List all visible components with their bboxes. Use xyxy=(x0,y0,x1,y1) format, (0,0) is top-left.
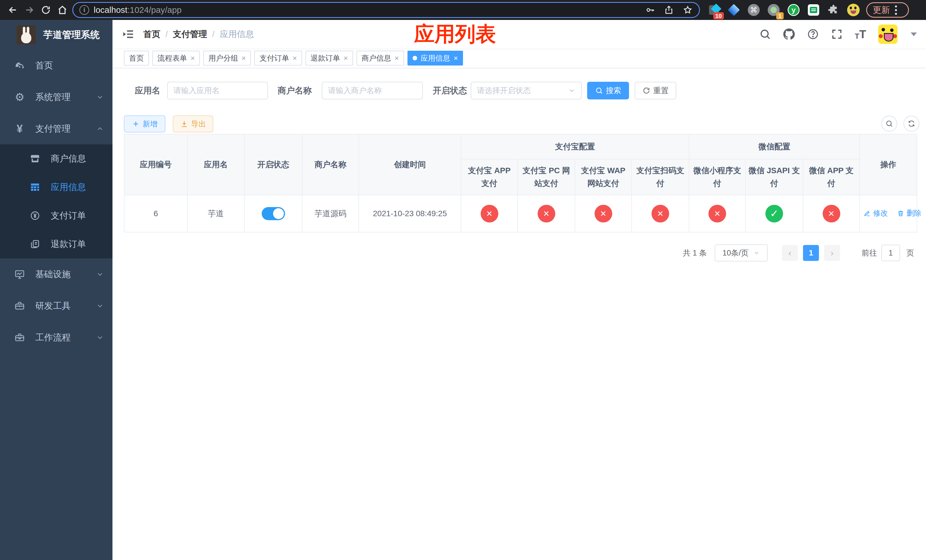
home-button[interactable] xyxy=(54,2,71,18)
cell-app-id: 6 xyxy=(124,195,188,232)
chevron-down-icon[interactable] xyxy=(911,32,917,36)
github-icon[interactable] xyxy=(783,28,795,40)
tab-close-icon[interactable]: × xyxy=(395,54,399,62)
breadcrumb-item[interactable]: 首页 xyxy=(143,29,160,40)
sidebar-item-研发工具[interactable]: 研发工具 xyxy=(0,290,112,322)
search-button[interactable]: 搜索 xyxy=(587,82,629,100)
reset-button[interactable]: 重置 xyxy=(635,82,676,100)
col-header: 微信 JSAPI 支付 xyxy=(746,159,803,195)
extension-icon-8[interactable] xyxy=(847,3,860,17)
cell-wechat-app: × xyxy=(803,195,859,232)
breadcrumb-item[interactable]: 支付管理 xyxy=(173,29,207,40)
tab-首页[interactable]: 首页 xyxy=(124,51,149,65)
sidebar-item-支付订单[interactable]: 支付订单 xyxy=(0,201,112,230)
address-bar[interactable]: i localhost:1024/pay/app xyxy=(72,2,700,18)
goto-unit-label: 页 xyxy=(906,244,914,262)
status-disabled-icon: × xyxy=(823,205,840,222)
group-header-wechat: 微信配置 xyxy=(689,134,859,159)
edit-link[interactable]: 修改 xyxy=(863,208,888,218)
table-row: 6 芋道 芋道源码 2021-10-23 08:49:25 × × × × × … xyxy=(124,195,917,232)
reload-button[interactable] xyxy=(38,2,54,18)
status-disabled-icon: × xyxy=(652,205,669,222)
export-button[interactable]: 导出 xyxy=(173,115,213,132)
status-disabled-icon: × xyxy=(538,205,555,222)
merchant-name-label: 商户名称 xyxy=(278,82,312,100)
extension-icon-3[interactable]: ⌘ xyxy=(747,3,760,17)
sidebar-item-label: 系统管理 xyxy=(35,91,96,103)
status-select[interactable]: 请选择开启状态 xyxy=(471,82,582,100)
logo-rabbit-image xyxy=(17,25,36,44)
search-icon[interactable] xyxy=(759,28,771,40)
status-toggle[interactable] xyxy=(262,207,285,220)
app-name-label: 应用名 xyxy=(135,82,160,100)
goto-page-input[interactable] xyxy=(881,245,900,261)
grid-icon xyxy=(29,182,42,192)
sidebar-item-应用信息[interactable]: 应用信息 xyxy=(0,173,112,201)
app-logo[interactable]: 芋道管理系统 xyxy=(0,20,112,50)
col-header: 商户名称 xyxy=(302,134,359,195)
tab-label: 商户信息 xyxy=(362,53,391,63)
extension-icon-2[interactable] xyxy=(727,3,740,17)
tab-close-icon[interactable]: × xyxy=(242,54,246,62)
chevron-down-icon xyxy=(96,333,104,342)
font-size-icon[interactable]: TT xyxy=(855,28,866,41)
tab-应用信息[interactable]: 应用信息× xyxy=(407,51,463,65)
extension-icon-1[interactable]: 10 xyxy=(707,3,720,17)
merchant-name-input[interactable] xyxy=(322,82,423,100)
col-header: 应用编号 xyxy=(124,134,188,195)
gear-icon: ⚙ xyxy=(13,92,26,103)
page-content: 应用名 商户名称 开启状态 请选择开启状态 搜索 重置 新增 xyxy=(112,68,926,560)
sidebar-item-退款订单[interactable]: 退款订单 xyxy=(0,230,112,258)
breadcrumb: 首页/支付管理/应用信息 xyxy=(143,29,254,40)
browser-menu-icon[interactable] xyxy=(895,5,897,15)
sidebar-item-系统管理[interactable]: ⚙系统管理 xyxy=(0,81,112,113)
extensions-puzzle-icon[interactable] xyxy=(827,3,840,17)
extension-icon-4[interactable]: 1 xyxy=(767,3,780,17)
back-button[interactable] xyxy=(5,2,21,18)
page-size-select[interactable]: 10条/页 xyxy=(715,244,768,262)
toggle-search-button[interactable] xyxy=(881,116,897,132)
sidebar-collapse-icon[interactable] xyxy=(122,28,135,41)
sidebar-item-label: 退款订单 xyxy=(51,238,104,250)
forward-button[interactable] xyxy=(21,2,38,18)
prev-page-button[interactable]: ‹ xyxy=(782,245,798,261)
tab-退款订单[interactable]: 退款订单× xyxy=(306,51,353,65)
tab-close-icon[interactable]: × xyxy=(344,54,348,62)
tab-close-icon[interactable]: × xyxy=(191,54,195,62)
col-header: 微信小程序支付 xyxy=(689,159,746,195)
next-page-button[interactable]: › xyxy=(824,245,840,261)
tab-close-icon[interactable]: × xyxy=(454,54,458,62)
share-icon[interactable] xyxy=(664,5,674,15)
fullscreen-icon[interactable] xyxy=(831,28,843,40)
tab-流程表单[interactable]: 流程表单× xyxy=(152,51,200,65)
tab-支付订单[interactable]: 支付订单× xyxy=(254,51,302,65)
monitor-icon xyxy=(13,269,26,280)
delete-link[interactable]: 删除 xyxy=(897,208,921,218)
tab-close-icon[interactable]: × xyxy=(292,54,297,62)
top-navbar: 首页/支付管理/应用信息 应用列表 TT xyxy=(112,20,926,48)
sidebar-item-工作流程[interactable]: 工作流程 xyxy=(0,322,112,353)
add-button[interactable]: 新增 xyxy=(124,115,165,132)
site-info-icon[interactable]: i xyxy=(79,5,89,15)
sidebar-item-基础设施[interactable]: 基础设施 xyxy=(0,258,112,290)
refresh-button[interactable] xyxy=(903,116,920,132)
status-enabled-icon: ✓ xyxy=(766,205,783,222)
bookmark-star-icon[interactable] xyxy=(682,5,693,15)
sidebar-item-商户信息[interactable]: 商户信息 xyxy=(0,144,112,173)
tab-商户信息[interactable]: 商户信息× xyxy=(357,51,404,65)
page-1-button[interactable]: 1 xyxy=(803,245,819,261)
tab-用户分组[interactable]: 用户分组× xyxy=(203,51,251,65)
password-key-icon[interactable] xyxy=(645,5,655,15)
app-name-input[interactable] xyxy=(167,82,268,100)
extension-icon-6[interactable] xyxy=(807,3,820,17)
cell-status xyxy=(244,195,302,232)
user-avatar[interactable] xyxy=(878,24,897,44)
sidebar-item-首页[interactable]: 首页 xyxy=(0,50,112,81)
help-icon[interactable] xyxy=(807,28,819,40)
yen-icon: ¥ xyxy=(13,123,26,134)
tab-label: 支付订单 xyxy=(259,53,289,63)
extension-tray: 10 ⌘ 1 y xyxy=(707,3,860,17)
extension-icon-5[interactable]: y xyxy=(787,3,800,17)
update-button[interactable]: 更新 xyxy=(866,2,909,18)
sidebar-item-支付管理[interactable]: ¥支付管理 xyxy=(0,113,112,144)
